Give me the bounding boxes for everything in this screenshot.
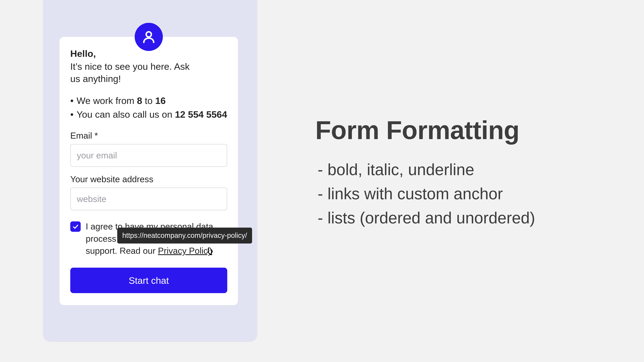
- consent-line3-prefix: support. Read our: [86, 246, 158, 256]
- info-phone-number: 12 554 5564: [175, 109, 227, 120]
- website-label: Your website address: [70, 174, 227, 184]
- greeting-subtitle: It’s nice to see you here. Ask us anythi…: [70, 60, 198, 85]
- check-icon: [72, 223, 79, 230]
- feature-item: - links with custom anchor: [318, 182, 535, 206]
- privacy-policy-link[interactable]: Privacy Policy: [158, 246, 212, 256]
- consent-checkbox[interactable]: [70, 221, 81, 232]
- email-label: Email *: [70, 131, 227, 141]
- info-hours-start: 8: [137, 95, 142, 106]
- feature-list: - bold, italic, underline - links with c…: [318, 158, 535, 230]
- website-field-group: Your website address: [70, 174, 227, 210]
- page-headline: Form Formatting: [315, 115, 520, 145]
- list-item: • We work from 8 to 16: [70, 94, 227, 107]
- info-phone-text: You can also call us on 12 554 5564: [77, 108, 227, 121]
- feature-item: - bold, italic, underline: [318, 158, 535, 182]
- email-field-group: Email *: [70, 131, 227, 167]
- consent-line2: process: [86, 234, 116, 244]
- user-icon: [142, 29, 156, 44]
- info-phone-prefix: You can also call us on: [77, 109, 175, 120]
- info-hours-prefix: We work from: [77, 95, 137, 106]
- info-list: • We work from 8 to 16 • You can also ca…: [70, 94, 227, 121]
- start-chat-button[interactable]: Start chat: [70, 268, 227, 293]
- link-tooltip: https://neatcompany.com/privacy-policy/: [117, 228, 252, 244]
- list-item: • You can also call us on 12 554 5564: [70, 108, 227, 121]
- consent-row: I agree to have my personal data process…: [70, 220, 227, 257]
- chat-widget: Hello, It’s nice to see you here. Ask us…: [60, 37, 238, 305]
- avatar: [135, 23, 163, 51]
- svg-point-0: [146, 32, 152, 37]
- info-hours-mid: to: [142, 95, 155, 106]
- website-input[interactable]: [70, 188, 227, 210]
- info-hours-end: 16: [155, 95, 166, 106]
- bullet-icon: •: [70, 94, 74, 107]
- bullet-icon: •: [70, 108, 74, 121]
- device-panel: Hello, It’s nice to see you here. Ask us…: [43, 0, 258, 342]
- email-input[interactable]: [70, 144, 227, 167]
- feature-item: - lists (ordered and unordered): [318, 206, 535, 230]
- greeting-block: Hello, It’s nice to see you here. Ask us…: [70, 48, 227, 85]
- info-hours-text: We work from 8 to 16: [77, 94, 166, 107]
